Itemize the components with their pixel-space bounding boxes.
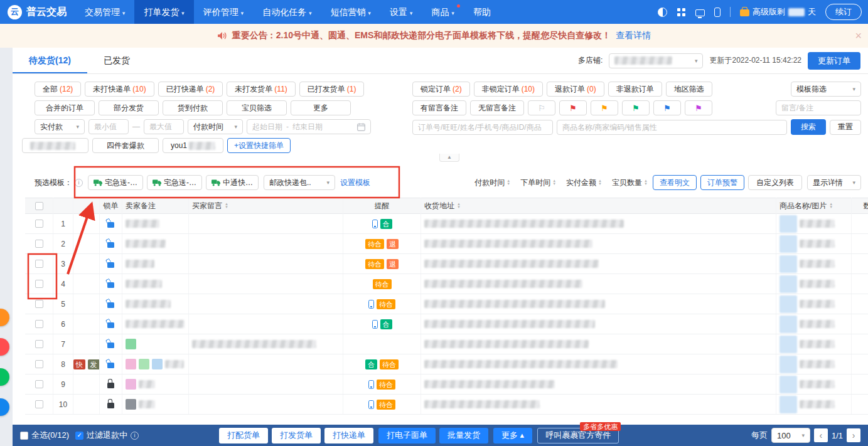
footer-blue-button-0[interactable]: 打电子面单 bbox=[378, 428, 436, 443]
flag-green-button[interactable]: ⚑ bbox=[622, 100, 650, 115]
flag-orange-button[interactable]: ⚑ bbox=[591, 100, 618, 115]
table-row-9[interactable]: 9待合 bbox=[25, 374, 868, 395]
footer-white-button-2[interactable]: 打快递单 bbox=[324, 428, 373, 443]
row-checkbox[interactable] bbox=[35, 260, 43, 268]
floating-widget-icon-red[interactable] bbox=[0, 338, 9, 356]
status-filter-4[interactable]: 已打发货单(1) bbox=[299, 82, 365, 97]
paid-amount-select[interactable]: 实付款▾ bbox=[35, 119, 85, 134]
status-filter-2[interactable]: 已打快递单(2) bbox=[158, 82, 223, 97]
unlock-icon[interactable] bbox=[107, 242, 114, 248]
lock-filter-1[interactable]: 非锁定订单(10) bbox=[474, 82, 543, 97]
column-header[interactable]: 商品名称/图片 bbox=[780, 201, 827, 211]
template-chip-1[interactable]: 宅急送-… bbox=[147, 175, 202, 190]
mobile-icon[interactable] bbox=[714, 8, 721, 17]
next-page-button[interactable]: › bbox=[847, 428, 860, 442]
row-checkbox[interactable] bbox=[35, 400, 43, 408]
unlock-icon[interactable] bbox=[107, 222, 114, 228]
unlock-icon[interactable] bbox=[107, 302, 114, 308]
order-filter-2[interactable]: 货到付款 bbox=[163, 100, 223, 115]
sort-toggle-1[interactable]: 下单时间▲▼ bbox=[520, 178, 556, 188]
close-icon[interactable]: × bbox=[855, 29, 862, 43]
status-filter-0[interactable]: 全部(12) bbox=[35, 82, 81, 97]
floating-widget-icon-blue[interactable] bbox=[0, 398, 9, 416]
order-filter-0[interactable]: 合并的订单 bbox=[35, 100, 95, 115]
add-quick-filter-button[interactable]: +设置快捷筛单 bbox=[227, 138, 291, 153]
reset-button[interactable]: 重置 bbox=[830, 120, 861, 135]
date-range-input[interactable]: 起始日期 - 结束日期 bbox=[247, 119, 371, 134]
more-button[interactable]: 更多 ▴ bbox=[493, 428, 532, 443]
nav-item-7[interactable]: 帮助 bbox=[464, 0, 500, 24]
flag-gray-button[interactable]: ⚐ bbox=[528, 100, 555, 115]
flag-blue-button[interactable]: ⚑ bbox=[653, 100, 681, 115]
template-filter-select[interactable]: 模板筛选▾ bbox=[791, 82, 861, 97]
unlock-icon[interactable] bbox=[107, 262, 114, 268]
prev-page-button[interactable]: ‹ bbox=[814, 428, 828, 442]
template-select[interactable]: 邮政快递包..▾ bbox=[264, 175, 335, 190]
footer-white-button-0[interactable]: 打配货单 bbox=[219, 428, 268, 443]
display-detail-select[interactable]: 显示详情▾ bbox=[807, 175, 861, 190]
table-row-3[interactable]: 3待合退 bbox=[25, 254, 868, 274]
lock-filter-4[interactable]: 地区筛选 bbox=[666, 82, 712, 97]
floating-widget-icon-orange[interactable] bbox=[0, 309, 9, 326]
set-template-link[interactable]: 设置模板 bbox=[340, 178, 370, 188]
toolbar-button-2[interactable]: 自定义列表 bbox=[748, 175, 802, 190]
lock-icon[interactable] bbox=[107, 403, 114, 408]
quick-filter-2[interactable]: 四件套爆款 bbox=[92, 138, 159, 153]
nav-item-6[interactable]: 商品 ▾ bbox=[422, 0, 464, 24]
call-courier-button[interactable]: 呼叫裹裹官方寄件 多省多优惠 bbox=[537, 428, 619, 443]
table-row-10[interactable]: 10待合 bbox=[25, 395, 868, 415]
row-checkbox[interactable] bbox=[35, 380, 43, 388]
per-page-select[interactable]: 100▾ bbox=[771, 428, 810, 443]
tab-pending[interactable]: 待发货(12) bbox=[13, 48, 87, 73]
template-chip-0[interactable]: 宅急送-… bbox=[88, 175, 143, 190]
row-checkbox[interactable] bbox=[35, 280, 43, 288]
row-checkbox[interactable] bbox=[35, 220, 43, 228]
nav-item-0[interactable]: 交易管理 ▾ bbox=[75, 0, 134, 24]
nav-item-4[interactable]: 短信营销 ▾ bbox=[321, 0, 380, 24]
lock-filter-0[interactable]: 锁定订单(2) bbox=[412, 82, 470, 97]
row-checkbox[interactable] bbox=[35, 300, 43, 308]
remark-filter-1[interactable]: 无留言备注 bbox=[470, 100, 524, 115]
column-header[interactable]: 买家留言 bbox=[192, 201, 222, 211]
table-row-4[interactable]: 4待合 bbox=[25, 274, 868, 294]
table-row-8[interactable]: 8快发合待合25 bbox=[25, 354, 868, 374]
floating-widget-icon-green[interactable] bbox=[0, 368, 9, 386]
monitor-icon[interactable] bbox=[695, 9, 705, 16]
status-filter-3[interactable]: 未打发货单(11) bbox=[227, 82, 295, 97]
column-header[interactable]: 数 bbox=[864, 201, 868, 211]
table-row-6[interactable]: 6合 bbox=[25, 314, 868, 334]
lock-filter-2[interactable]: 退款订单(0) bbox=[547, 82, 604, 97]
toolbar-button-1[interactable]: 订单预警 bbox=[700, 175, 744, 190]
unlock-icon[interactable] bbox=[107, 282, 114, 288]
lock-filter-3[interactable]: 非退款订单 bbox=[608, 82, 662, 97]
renew-button[interactable]: 续订 bbox=[825, 4, 862, 20]
template-chip-2[interactable]: 中通快… bbox=[206, 175, 259, 190]
order-filter-3[interactable]: 宝贝筛选 bbox=[227, 100, 287, 115]
unlock-icon[interactable] bbox=[107, 342, 114, 348]
pay-time-select[interactable]: 付款时间▾ bbox=[188, 119, 243, 134]
select-all-checkbox-footer[interactable] bbox=[20, 432, 28, 440]
min-amount-input[interactable] bbox=[88, 119, 129, 134]
remark-input[interactable] bbox=[776, 100, 861, 115]
tab-shipped[interactable]: 已发货 bbox=[87, 48, 146, 73]
brand[interactable]: 云 普云交易 bbox=[0, 5, 75, 19]
flag-red-button[interactable]: ⚑ bbox=[559, 100, 587, 115]
notice-detail-link[interactable]: 查看详情 bbox=[616, 30, 651, 41]
product-search-input[interactable] bbox=[557, 120, 787, 135]
nav-item-2[interactable]: 评价管理 ▾ bbox=[194, 0, 253, 24]
info-icon[interactable]: i bbox=[131, 432, 139, 440]
table-row-2[interactable]: 2待合退 bbox=[25, 234, 868, 254]
unlock-icon[interactable] bbox=[107, 363, 114, 368]
order-search-input[interactable] bbox=[412, 120, 553, 135]
collapse-filters-button[interactable]: ▲ bbox=[439, 154, 459, 162]
row-checkbox[interactable] bbox=[35, 340, 43, 348]
table-row-7[interactable]: 7 bbox=[25, 334, 868, 354]
refresh-orders-button[interactable]: 更新订单 bbox=[808, 52, 860, 70]
sort-toggle-3[interactable]: 宝贝数量▲▼ bbox=[612, 178, 648, 188]
search-button[interactable]: 搜索 bbox=[791, 119, 826, 135]
filter-refund-checkbox[interactable] bbox=[75, 432, 83, 440]
order-filter-4[interactable]: 更多 bbox=[291, 100, 351, 115]
nav-item-1[interactable]: 打单发货 ▾ bbox=[134, 0, 193, 24]
row-checkbox[interactable] bbox=[35, 360, 43, 368]
toolbar-button-0[interactable]: 查看明文 bbox=[653, 175, 697, 190]
